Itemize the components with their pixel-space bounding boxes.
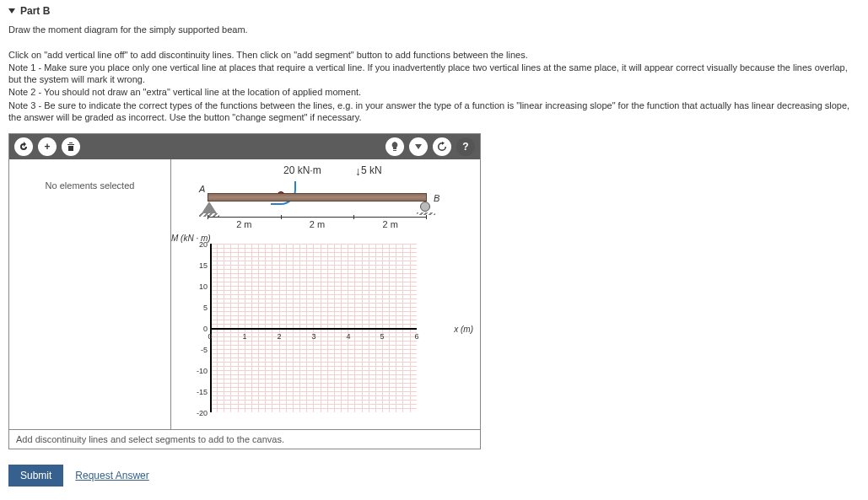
ytick-15: 15 bbox=[191, 261, 208, 270]
support-a-icon bbox=[202, 202, 217, 213]
submit-button[interactable]: Submit bbox=[8, 465, 63, 487]
point-b-label: B bbox=[434, 193, 439, 203]
ytick-20: 20 bbox=[191, 240, 208, 249]
instruction-note3: Note 3 - Be sure to indicate the correct… bbox=[8, 99, 860, 124]
support-b-icon bbox=[420, 202, 430, 212]
request-answer-link[interactable]: Request Answer bbox=[75, 470, 148, 481]
graph-area[interactable]: M (kN · m) x (m) 20 15 10 5 0 -5 -10 -15… bbox=[186, 244, 439, 421]
x-axis bbox=[210, 328, 417, 330]
force-load-label: ↓5 kN bbox=[355, 164, 382, 178]
down-arrow-icon: ↓ bbox=[355, 164, 361, 178]
ytick-10: 10 bbox=[191, 282, 208, 291]
no-selection-label: No elements selected bbox=[46, 180, 135, 191]
ytick-n15: -15 bbox=[191, 388, 208, 396]
selection-panel: No elements selected bbox=[9, 159, 171, 429]
instruction-click: Click on "add vertical line off" to add … bbox=[8, 49, 860, 61]
ytick-5: 5 bbox=[191, 304, 208, 312]
xtick-3: 3 bbox=[309, 332, 319, 341]
help-button[interactable]: ? bbox=[456, 137, 475, 156]
beam-figure: 20 kN·m ↓5 kN A B 2 m 2 m 2 m bbox=[191, 164, 461, 240]
xtick-1: 1 bbox=[240, 332, 250, 341]
hint-button[interactable] bbox=[385, 137, 404, 156]
dim-1: 2 m bbox=[236, 219, 251, 229]
point-a-label: A bbox=[199, 184, 205, 194]
ytick-n5: -5 bbox=[191, 346, 208, 354]
dim-2: 2 m bbox=[310, 219, 325, 229]
instruction-note2: Note 2 - You should not draw an "extra" … bbox=[8, 86, 860, 98]
ytick-n20: -20 bbox=[191, 409, 208, 417]
moment-load-label: 20 kN·m bbox=[283, 164, 321, 176]
dim-3: 2 m bbox=[383, 219, 398, 229]
instruction-main: Draw the moment diagram for the simply s… bbox=[8, 24, 860, 35]
instructions-block: Draw the moment diagram for the simply s… bbox=[8, 24, 860, 123]
part-title: Part B bbox=[20, 5, 50, 17]
status-bar: Add discontinuity lines and select segme… bbox=[9, 429, 480, 449]
dropdown-button[interactable] bbox=[409, 137, 428, 156]
x-axis-label: x (m) bbox=[454, 325, 473, 334]
add-button[interactable]: + bbox=[38, 137, 57, 156]
beam-bar bbox=[208, 193, 427, 202]
reset-button[interactable] bbox=[433, 137, 451, 156]
dimension-row: 2 m 2 m 2 m bbox=[208, 217, 427, 229]
xtick-6: 6 bbox=[412, 332, 422, 341]
toolbar: + ? bbox=[9, 134, 480, 159]
xtick-4: 4 bbox=[343, 332, 353, 341]
xtick-0: 0 bbox=[205, 332, 215, 341]
instruction-note1: Note 1 - Make sure you place only one ve… bbox=[8, 62, 860, 86]
undo-button[interactable] bbox=[14, 137, 33, 156]
status-hint: Add discontinuity lines and select segme… bbox=[16, 434, 284, 444]
collapse-icon[interactable] bbox=[8, 8, 15, 13]
delete-button[interactable] bbox=[62, 137, 80, 156]
canvas-panel: + ? No elements selected 20 kN·m ↓5 kN A bbox=[8, 133, 481, 449]
diagram-area[interactable]: 20 kN·m ↓5 kN A B 2 m 2 m 2 m bbox=[171, 159, 480, 429]
xtick-5: 5 bbox=[377, 332, 387, 341]
ytick-n10: -10 bbox=[191, 367, 208, 375]
xtick-2: 2 bbox=[274, 332, 284, 341]
